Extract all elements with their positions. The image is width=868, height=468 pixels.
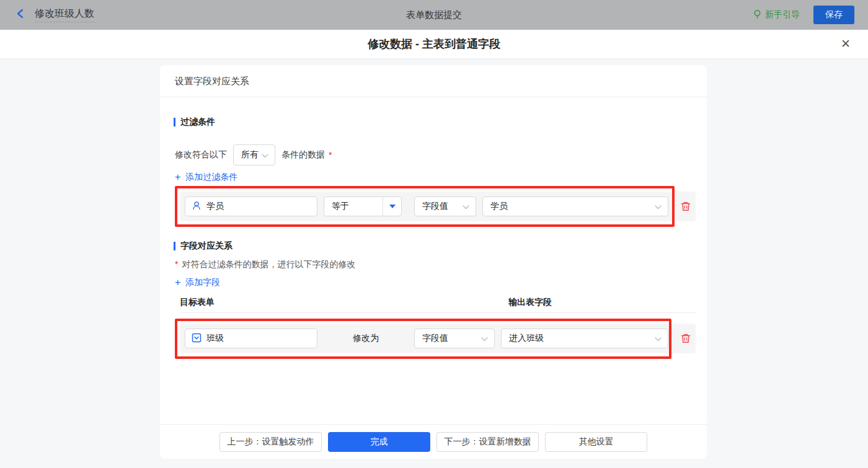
condition-suffix: 条件的数据 <box>281 149 325 161</box>
trash-icon <box>680 335 691 346</box>
modal-title: 修改数据 - 主表到普通字段 <box>0 30 868 58</box>
settings-card: 设置字段对应关系 过滤条件 修改符合以下 所有 条件的数据 * + 添加过滤条件 <box>160 65 707 459</box>
delete-filter-button[interactable] <box>680 201 691 214</box>
add-filter-link[interactable]: + 添加过滤条件 <box>175 172 237 183</box>
filter-condition-row: 学员 等于 字段值 学员 <box>180 192 696 221</box>
match-mode-select[interactable]: 所有 <box>233 144 275 166</box>
guide-link[interactable]: 新手引导 <box>753 9 800 21</box>
select-field-icon <box>192 333 202 345</box>
save-button[interactable]: 保存 <box>813 6 854 24</box>
condition-prefix: 修改符合以下 <box>175 149 227 161</box>
topbar: 修改班级人数 表单数据提交 新手引导 保存 <box>0 0 868 30</box>
card-footer: 上一步：设置触发动作 完成 下一步：设置新增数据 其他设置 <box>160 424 707 459</box>
chevron-down-icon <box>262 150 268 160</box>
column-output-field: 输出表字段 <box>508 297 552 308</box>
field-mapping-row: 班级 修改为 字段值 进入班级 <box>180 324 696 353</box>
chevron-down-icon <box>655 201 662 211</box>
required-mark: * <box>175 259 178 270</box>
mapping-value-select[interactable]: 进入班级 <box>501 329 668 348</box>
chevron-down-icon <box>481 333 488 343</box>
section-bar <box>174 242 175 250</box>
plus-icon: + <box>175 172 180 182</box>
next-step-button[interactable]: 下一步：设置新增数据 <box>436 432 539 452</box>
close-icon[interactable]: ✕ <box>841 37 851 51</box>
done-button[interactable]: 完成 <box>328 432 430 452</box>
filter-section-title: 过滤条件 <box>174 117 215 128</box>
modal-header: 修改数据 - 主表到普通字段 ✕ <box>0 30 868 59</box>
other-settings-button[interactable]: 其他设置 <box>545 432 647 452</box>
modify-to-label: 修改为 <box>317 333 414 344</box>
guide-label: 新手引导 <box>765 9 800 20</box>
mapping-value-type-select[interactable]: 字段值 <box>414 329 495 348</box>
person-icon <box>192 201 202 213</box>
mapping-column-headers: 目标表单 输出表字段 <box>180 297 696 313</box>
column-target-form: 目标表单 <box>180 297 215 307</box>
value-type-select[interactable]: 字段值 <box>414 196 476 216</box>
add-field-link[interactable]: + 添加字段 <box>175 277 220 288</box>
chevron-down-icon <box>463 201 469 211</box>
prev-step-button[interactable]: 上一步：设置触发动作 <box>219 432 322 452</box>
mapping-section-title: 字段对应关系 <box>174 241 232 252</box>
lightbulb-icon <box>753 9 762 21</box>
value-select[interactable]: 学员 <box>482 196 668 216</box>
caret-down-icon <box>383 196 401 216</box>
card-header-title: 设置字段对应关系 <box>175 65 249 97</box>
plus-icon: + <box>175 278 180 288</box>
mapping-description: * 对符合过滤条件的数据，进行以下字段的修改 <box>175 259 355 270</box>
filter-field-input[interactable]: 学员 <box>185 196 317 216</box>
section-bar <box>174 118 175 126</box>
operator-select[interactable]: 等于 <box>324 196 402 216</box>
delete-mapping-button[interactable] <box>680 333 691 347</box>
condition-line: 修改符合以下 所有 条件的数据 * <box>175 144 332 166</box>
chevron-down-icon <box>655 333 662 343</box>
topbar-center-title: 表单数据提交 <box>0 9 868 21</box>
target-field-input[interactable]: 班级 <box>185 329 317 348</box>
trash-icon <box>680 203 691 214</box>
required-mark: * <box>329 150 332 160</box>
card-header: 设置字段对应关系 <box>160 65 707 97</box>
screen: 修改班级人数 表单数据提交 新手引导 保存 修改数据 - 主表到普通字段 ✕ 设… <box>0 0 868 468</box>
